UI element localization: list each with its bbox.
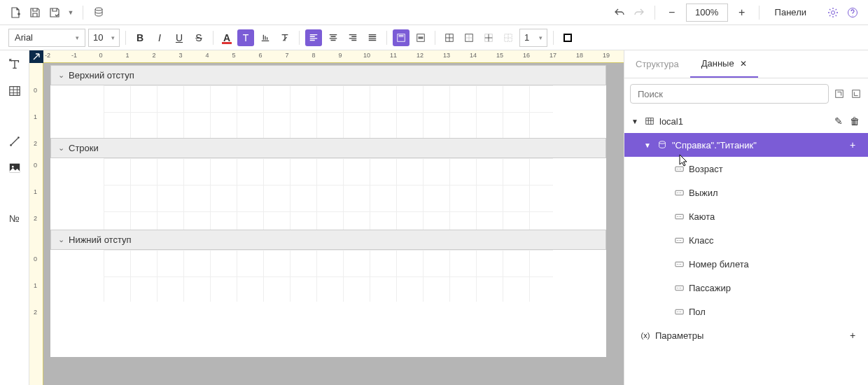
chevron-down-icon[interactable]: ▼ xyxy=(67,6,74,20)
zoom-input[interactable]: 100% xyxy=(686,4,728,22)
field-icon xyxy=(673,260,685,269)
band: ⌄Строки xyxy=(50,138,606,230)
align-left-button[interactable] xyxy=(305,29,322,46)
valign-top-button[interactable] xyxy=(393,29,410,46)
align-center-button[interactable] xyxy=(325,29,342,46)
main-toolbar: ▼ − 100% + Панели xyxy=(0,0,868,25)
band-title: Строки xyxy=(69,143,99,153)
table-label: "Справка"."Титаник" xyxy=(672,140,846,150)
table-tool-icon[interactable] xyxy=(6,83,23,99)
data-tree: ▼ local1 ✎ 🗑 ▼ "Справка"."Титаник" + Воз… xyxy=(624,109,868,385)
ruler-corner[interactable] xyxy=(29,50,43,63)
format-toolbar: Arial▾ 10▾ B I U S A T 1▾ xyxy=(0,25,868,50)
field-row[interactable]: Возраст xyxy=(624,157,868,181)
add-icon[interactable]: + xyxy=(850,330,861,341)
text-tool-icon[interactable] xyxy=(6,56,23,73)
field-row[interactable]: Пассажир xyxy=(624,276,868,300)
search-input[interactable] xyxy=(630,84,829,104)
table-icon xyxy=(657,140,668,150)
expand-icon[interactable] xyxy=(833,88,846,100)
field-icon xyxy=(673,236,685,245)
panels-button[interactable]: Панели xyxy=(768,4,813,20)
field-row[interactable]: Класс xyxy=(624,228,868,252)
tab-structure[interactable]: Структура xyxy=(624,50,690,78)
field-row[interactable]: Выжил xyxy=(624,181,868,204)
left-toolbar: № xyxy=(0,50,29,385)
font-select[interactable]: Arial▾ xyxy=(8,29,85,47)
table-row[interactable]: ▼ "Справка"."Титаник" + xyxy=(624,133,868,157)
chevron-down-icon[interactable]: ⌄ xyxy=(58,144,64,153)
zoom-in-button[interactable]: + xyxy=(734,4,750,21)
field-label: Пол xyxy=(689,307,861,317)
font-color-button[interactable]: A xyxy=(219,29,234,46)
align-justify-button[interactable] xyxy=(364,29,381,46)
save-icon[interactable] xyxy=(28,6,42,20)
datasource-row[interactable]: ▼ local1 ✎ 🗑 xyxy=(624,109,868,133)
field-row[interactable]: Каюта xyxy=(624,204,868,228)
band-margin xyxy=(50,158,104,230)
border-outer-button[interactable] xyxy=(461,29,477,46)
add-icon[interactable]: + xyxy=(850,139,861,150)
separator xyxy=(299,31,300,45)
svg-point-13 xyxy=(11,166,13,168)
rectangle-tool-button[interactable] xyxy=(559,29,576,46)
valign-middle-button[interactable] xyxy=(412,29,429,46)
align-baseline-button[interactable] xyxy=(257,29,274,46)
underline-button[interactable]: U xyxy=(171,29,188,46)
clear-format-button[interactable] xyxy=(276,29,293,46)
border-width-select[interactable]: 1▾ xyxy=(519,29,547,47)
align-right-button[interactable] xyxy=(344,29,361,46)
close-icon[interactable]: ✕ xyxy=(740,59,747,69)
save-as-icon[interactable] xyxy=(48,6,62,20)
field-row[interactable]: Номер билета xyxy=(624,252,868,276)
field-row[interactable]: Пол xyxy=(624,300,868,323)
redo-icon[interactable] xyxy=(632,6,646,20)
design-surface[interactable]: ⌄Верхний отступ⌄Строки⌄Нижний отступ xyxy=(43,63,624,385)
tab-data[interactable]: Данные✕ xyxy=(690,50,758,78)
undo-icon[interactable] xyxy=(612,6,626,20)
band-header[interactable]: ⌄Строки xyxy=(50,138,606,158)
database-icon[interactable] xyxy=(92,6,106,20)
svg-rect-4 xyxy=(417,34,425,41)
separator xyxy=(386,31,387,45)
chevron-down-icon[interactable]: ⌄ xyxy=(58,71,64,80)
field-label: Каюта xyxy=(689,211,861,222)
band-body[interactable] xyxy=(50,250,606,302)
number-tool-icon[interactable]: № xyxy=(6,210,23,227)
image-tool-icon[interactable] xyxy=(6,160,23,176)
bold-button[interactable]: B xyxy=(132,29,148,46)
new-icon[interactable] xyxy=(8,6,22,20)
italic-button[interactable]: I xyxy=(151,29,168,46)
band-header[interactable]: ⌄Верхний отступ xyxy=(50,65,606,85)
field-icon xyxy=(673,164,685,174)
canvas: -2-1012345678910111213141516171819 01201… xyxy=(29,50,624,385)
svg-rect-14 xyxy=(836,90,844,98)
svg-rect-16 xyxy=(646,118,654,125)
band-body[interactable] xyxy=(50,85,606,138)
parameters-row[interactable]: (x) Параметры + xyxy=(624,323,868,347)
band-title: Нижний отступ xyxy=(69,234,132,245)
zoom-out-button[interactable]: − xyxy=(664,4,680,21)
border-all-button[interactable] xyxy=(441,29,458,46)
band: ⌄Нижний отступ xyxy=(50,230,606,302)
help-icon[interactable] xyxy=(846,6,860,20)
band-body[interactable] xyxy=(50,158,606,230)
border-none-button[interactable] xyxy=(500,29,517,46)
border-inner-button[interactable] xyxy=(480,29,497,46)
line-tool-icon[interactable] xyxy=(6,133,23,150)
delete-icon[interactable]: 🗑 xyxy=(850,115,861,127)
collapse-icon[interactable] xyxy=(850,88,862,100)
edit-icon[interactable]: ✎ xyxy=(834,115,846,127)
font-size-select[interactable]: 10▾ xyxy=(88,29,120,47)
strikethrough-button[interactable]: S xyxy=(190,29,207,46)
separator xyxy=(759,6,760,20)
band-header[interactable]: ⌄Нижний отступ xyxy=(50,230,606,250)
text-mode-button[interactable]: T xyxy=(237,29,254,46)
grid xyxy=(104,85,553,138)
chevron-down-icon[interactable]: ⌄ xyxy=(58,235,64,244)
right-panel: Структура Данные✕ ▼ local1 ✎ 🗑 ▼ "Справк… xyxy=(624,50,868,385)
separator xyxy=(553,31,554,45)
chevron-down-icon[interactable]: ▼ xyxy=(644,141,652,149)
gear-icon[interactable] xyxy=(826,6,840,20)
chevron-down-icon[interactable]: ▼ xyxy=(631,118,640,125)
